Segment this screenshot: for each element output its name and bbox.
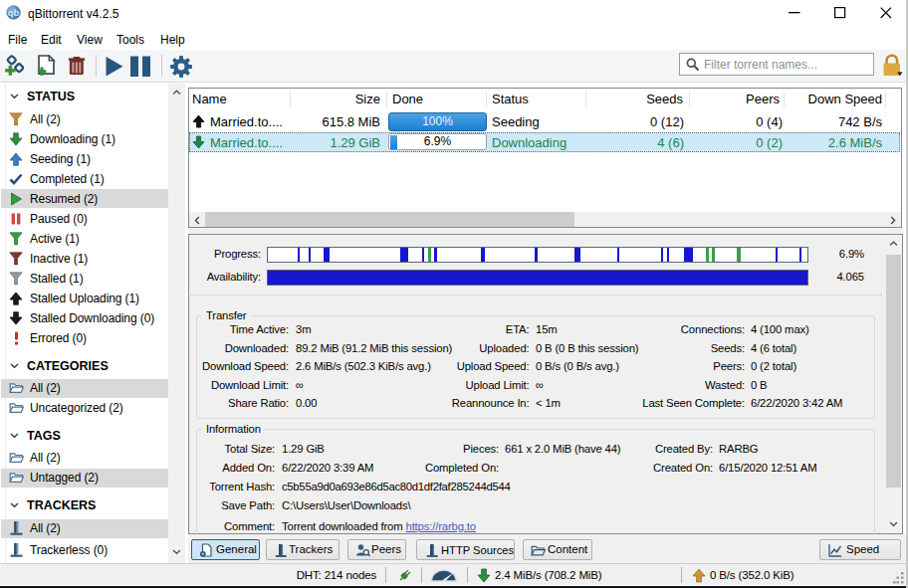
svg-text:qb: qb xyxy=(8,7,20,18)
